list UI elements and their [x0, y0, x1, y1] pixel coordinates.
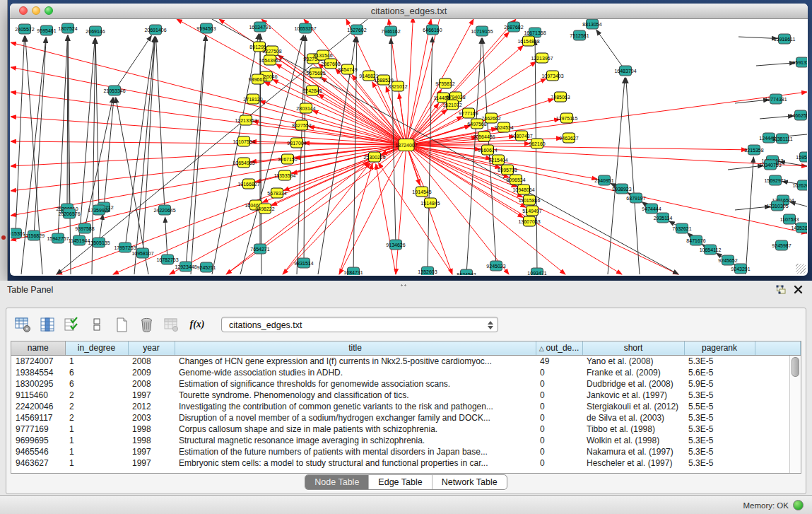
float-panel-icon[interactable]	[776, 284, 787, 297]
table-selector-dropdown[interactable]: citations_edges.txt	[221, 317, 498, 332]
table-cell: 1	[65, 424, 128, 435]
graph-node-label: 9160614	[478, 148, 497, 153]
table-cell: 1997	[128, 390, 175, 401]
table-cell: Wolkin et al. (1998)	[582, 435, 684, 446]
graph-node-label: 3624534	[494, 125, 513, 130]
column-header-pagerank[interactable]: pagerank	[684, 341, 755, 355]
graph-node-label: 2540951	[594, 178, 613, 183]
table-cell: Estimation of significance thresholds fo…	[175, 378, 536, 390]
graph-node-label: 11451944	[69, 238, 90, 243]
graph-node-label: 16483794	[614, 69, 636, 74]
column-header-title[interactable]: title	[175, 341, 536, 355]
graph-node-label: 6466160	[423, 28, 442, 33]
table-settings-button[interactable]	[13, 316, 32, 333]
import-table-button-disabled	[162, 316, 180, 333]
table-row[interactable]: 2242004622012Investigating the contribut…	[11, 401, 801, 412]
table-cell: Structural magnetic resonance image aver…	[175, 435, 536, 446]
resize-grip-icon[interactable]	[796, 264, 806, 274]
graph-node-label: 12310305	[766, 204, 788, 209]
graph-node-label: 10653257	[294, 26, 316, 31]
network-canvas[interactable]: 2405572959546118075242069146206914069594…	[11, 19, 807, 275]
graph-node-label: 11381111	[772, 136, 792, 141]
graph-node-label: 1588520	[374, 78, 393, 83]
table-row[interactable]: 911546021997Tourette syndrome. Phenomeno…	[11, 390, 801, 401]
tab-network-table[interactable]: Network Table	[432, 475, 507, 489]
graph-node-label: 16671358	[524, 30, 546, 35]
delete-table-button[interactable]	[137, 316, 155, 333]
graph-node-label: 15692971	[764, 178, 786, 183]
table-row[interactable]: 1872400712008Changes of HCN gene express…	[11, 355, 801, 367]
table-cell: Dudbridge et al. (2008)	[582, 378, 684, 390]
table-row[interactable]: 946362711997Embryonic stem cells: a mode…	[11, 457, 801, 469]
table-scrollbar[interactable]	[789, 356, 801, 473]
table-cell: 1	[65, 446, 128, 457]
table-cell: 6	[65, 378, 128, 390]
table-cell: Estimation of the future numbers of pati…	[175, 446, 536, 457]
table-checks-button[interactable]	[63, 316, 81, 333]
table-cell: Hescheler et al. (1997)	[582, 457, 684, 469]
tab-node-table[interactable]: Node Table	[305, 475, 368, 489]
app-edge-strip	[0, 0, 8, 281]
table-cell: 2012	[128, 401, 175, 412]
table-cell: 1	[65, 435, 128, 446]
panel-drag-handle[interactable]	[400, 284, 407, 287]
graph-node-label: 9245652	[718, 258, 737, 263]
table-column-button[interactable]	[38, 316, 57, 333]
table-cell: Changes of HCN gene expression and I(f) …	[175, 355, 536, 367]
graph-node-label: 9134626	[386, 243, 405, 247]
table-row[interactable]: 1456911722003Disruption of a novel membe…	[11, 412, 801, 424]
column-header-short[interactable]: short	[582, 341, 684, 355]
graph-node-label: 6497568	[467, 122, 486, 127]
table-cell: 18300295	[11, 378, 65, 390]
graph-node-label: 16782753	[156, 257, 178, 262]
memory-ok-indicator	[793, 500, 804, 510]
graph-node-label: 2803144	[296, 106, 315, 111]
graph-node-label: 5149497	[522, 209, 541, 214]
table-row[interactable]: 1938455462009Genome-wide association stu…	[11, 367, 801, 378]
table-row[interactable]: 946554611997Estimation of the future num…	[11, 446, 801, 457]
graph-node-label: 1914545	[412, 189, 431, 194]
column-header-year[interactable]: year	[128, 341, 175, 355]
table-cell: 1	[65, 457, 128, 469]
table-cell: 1998	[128, 435, 175, 446]
table-selector-value: citations_edges.txt	[229, 320, 302, 330]
graph-node-label: 8215358	[744, 148, 763, 153]
scrollbar-thumb[interactable]	[792, 357, 799, 377]
tab-edge-table[interactable]: Edge Table	[368, 475, 431, 489]
function-builder-button[interactable]: f(x)	[187, 319, 208, 330]
graph-node-label: 7946162	[381, 29, 400, 34]
desktop-background: citations_edges.txt 24055729595461180752…	[0, 0, 812, 281]
graph-node-label: 16543962	[259, 58, 281, 63]
graph-node-label: 16154808	[517, 39, 539, 44]
graph-node-label: 9242845	[302, 88, 322, 93]
row-height-button[interactable]	[88, 316, 106, 333]
table-cell: 49	[536, 355, 582, 367]
graph-node-label: 8995798	[498, 168, 517, 173]
dropdown-stepper-icon	[486, 320, 494, 330]
graph-node-label: 962160	[529, 141, 545, 146]
node-table: namein_degreeyeartitle△out_de...shortpag…	[11, 341, 801, 469]
new-table-button[interactable]	[112, 316, 131, 333]
table-panel: Table Panel	[0, 281, 812, 514]
column-header-name[interactable]: name	[11, 341, 65, 355]
table-cell: 5.3E-5	[684, 457, 755, 469]
table-row[interactable]: 977716911998Corpus callosum shape and si…	[11, 424, 801, 435]
table-cell: 0	[536, 446, 582, 457]
network-graph: 2405572959546118075242069146206914069594…	[11, 19, 807, 275]
window-titlebar[interactable]: citations_edges.txt	[10, 4, 808, 19]
close-panel-icon[interactable]	[794, 284, 803, 297]
table-cell: 5.3E-5	[684, 412, 755, 424]
graph-node-label: 9591332	[792, 60, 807, 65]
table-row[interactable]: 969969511998Structural magnetic resonanc…	[11, 435, 801, 446]
table-row[interactable]: 1830029562008Estimation of significance …	[11, 378, 801, 390]
graph-node-label: 13607063	[518, 219, 540, 224]
column-header-in_degree[interactable]: in_degree	[65, 341, 128, 355]
graph-node-label: 12213967	[531, 56, 553, 61]
table-cell: 9699695	[11, 435, 65, 446]
column-header-out_de...[interactable]: △out_de...	[536, 341, 582, 355]
node-table-container: namein_degreeyeartitle△out_de...shortpag…	[11, 341, 801, 474]
graph-node-label: 14662554	[789, 113, 807, 118]
graph-node-label: 9245211	[197, 265, 216, 270]
graph-node-label: 1595838	[796, 155, 807, 160]
table-cell: 5.3E-5	[684, 446, 755, 457]
